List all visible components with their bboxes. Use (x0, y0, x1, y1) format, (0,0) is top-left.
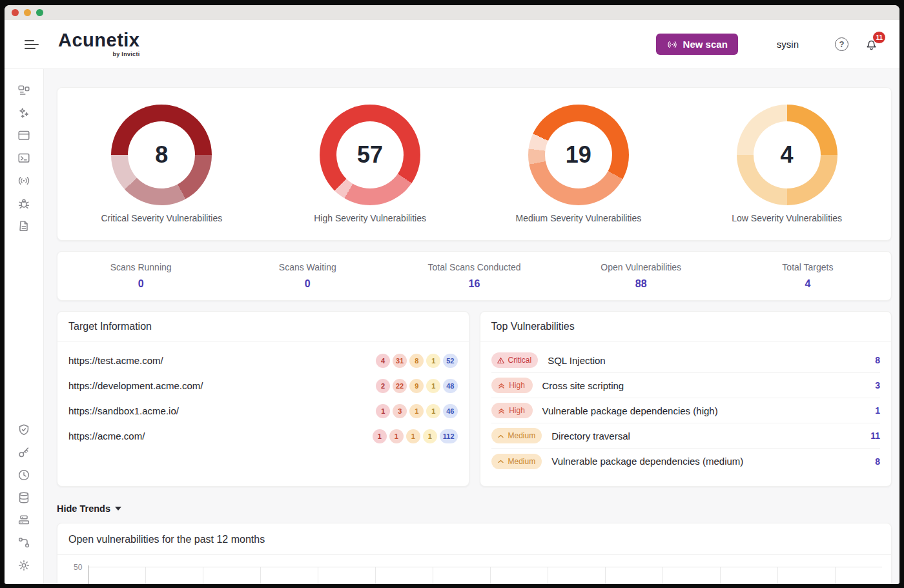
donut-label: Low Severity Vulnerabilities (732, 213, 842, 223)
sidebar-top-group (5, 83, 43, 233)
app-window: Acunetix by Invicti New scan sysin ? 11 (0, 0, 904, 588)
dashboard-icon[interactable] (17, 83, 31, 97)
vulnerability-count[interactable]: 11 (870, 431, 880, 441)
bug-icon[interactable] (17, 196, 31, 210)
sidebar-bottom-group (5, 423, 43, 573)
severity-donut-2[interactable]: 57High Severity Vulnerabilities (266, 105, 475, 223)
trends-chart-plot: 50 (57, 567, 891, 584)
target-information-title: Target Information (68, 321, 152, 332)
critical-count-badge[interactable]: 1 (376, 404, 390, 418)
stat-label: Scans Waiting (279, 262, 336, 272)
critical-count-badge[interactable]: 1 (373, 429, 387, 443)
vulnerability-count[interactable]: 8 (875, 456, 880, 467)
vulnerability-count[interactable]: 8 (875, 355, 880, 365)
vulnerability-name: SQL Injection (548, 355, 606, 366)
app-body: 8Critical Severity Vulnerabilities57High… (5, 69, 899, 584)
logo-subtext: by Invicti (112, 51, 139, 57)
low-count-badge[interactable]: 1 (426, 354, 440, 368)
low-count-badge[interactable]: 1 (423, 429, 437, 443)
medium-count-badge[interactable]: 1 (409, 404, 424, 418)
close-window-button[interactable] (12, 9, 19, 16)
notifications-button[interactable]: 11 (864, 37, 879, 52)
vulnerability-row[interactable]: MediumDirectory traversal11 (491, 423, 881, 449)
vulnerability-row[interactable]: CriticalSQL Injection8 (491, 348, 881, 373)
notification-badge: 11 (873, 32, 885, 43)
username-menu[interactable]: sysin (777, 39, 799, 50)
target-row[interactable]: https://acme.com/1111112 (68, 423, 458, 449)
low-count-badge[interactable]: 1 (426, 379, 440, 393)
severity-summary-card: 8Critical Severity Vulnerabilities57High… (57, 87, 892, 241)
database-icon[interactable] (17, 491, 31, 505)
vulnerability-count[interactable]: 3 (875, 380, 880, 390)
vulnerability-row[interactable]: HighVulnerable package dependencies (hig… (491, 398, 881, 423)
medium-count-badge[interactable]: 1 (406, 429, 420, 443)
target-row[interactable]: https://sandbox1.acme.io/131146 (68, 398, 458, 423)
top-vulnerabilities-body: CriticalSQL Injection8HighCross site scr… (480, 341, 892, 474)
header-actions: New scan sysin ? 11 (656, 34, 879, 55)
clock-icon[interactable] (17, 468, 31, 482)
severity-donut-4[interactable]: 4Low Severity Vulnerabilities (683, 105, 891, 223)
gear-icon[interactable] (17, 558, 31, 573)
workflow-icon[interactable] (17, 536, 31, 550)
severity-donut-1[interactable]: 8Critical Severity Vulnerabilities (57, 105, 266, 223)
chart-gridlines (88, 567, 882, 584)
low-count-badge[interactable]: 1 (426, 404, 440, 418)
target-row[interactable]: https://test.acme.com/4318152 (68, 348, 458, 373)
donut-label: High Severity Vulnerabilities (314, 213, 426, 223)
critical-count-badge[interactable]: 2 (376, 379, 390, 393)
menu-icon[interactable] (25, 40, 40, 49)
high-count-badge[interactable]: 1 (389, 429, 404, 443)
medium-count-badge[interactable]: 9 (409, 379, 424, 393)
info-count-badge[interactable]: 48 (443, 379, 457, 393)
high-count-badge[interactable]: 3 (393, 404, 407, 418)
broadcast-icon[interactable] (17, 174, 31, 188)
high-count-badge[interactable]: 31 (393, 354, 407, 368)
sparkles-icon[interactable] (17, 106, 31, 120)
severity-label: High (509, 406, 525, 415)
target-url[interactable]: https://development.acme.com/ (68, 380, 203, 391)
info-count-badge[interactable]: 46 (443, 404, 457, 418)
info-count-badge[interactable]: 112 (440, 429, 458, 443)
severity-donut-3[interactable]: 19Medium Severity Vulnerabilities (475, 105, 683, 223)
stat-value[interactable]: 88 (635, 278, 647, 290)
help-icon[interactable]: ? (835, 37, 848, 51)
terminal-icon[interactable] (17, 151, 31, 165)
stat-value[interactable]: 4 (805, 278, 810, 290)
severity-pill: Critical (491, 352, 539, 368)
stat-value[interactable]: 0 (305, 278, 311, 290)
vulnerability-name: Directory traversal (551, 431, 630, 441)
critical-count-badge[interactable]: 4 (376, 354, 390, 368)
medium-count-badge[interactable]: 8 (409, 354, 424, 368)
server-icon[interactable] (17, 513, 31, 527)
target-url[interactable]: https://acme.com/ (68, 431, 145, 441)
y-axis-tick-label: 50 (74, 563, 82, 572)
hide-trends-toggle[interactable]: Hide Trends (57, 503, 121, 514)
macos-titlebar (5, 5, 899, 20)
stat-value[interactable]: 16 (469, 278, 480, 290)
document-icon[interactable] (17, 219, 31, 233)
minimize-window-button[interactable] (24, 9, 31, 16)
stat-item: Open Vulnerabilities88 (558, 262, 724, 290)
key-icon[interactable] (17, 445, 31, 460)
shield-check-icon[interactable] (17, 423, 31, 437)
top-vulnerabilities-title: Top Vulnerabilities (491, 321, 575, 332)
vulnerability-row[interactable]: MediumVulnerable package dependencies (m… (491, 449, 881, 474)
target-url[interactable]: https://sandbox1.acme.io/ (68, 405, 179, 416)
hide-trends-label: Hide Trends (57, 503, 110, 514)
target-row[interactable]: https://development.acme.com/2229148 (68, 373, 458, 398)
browser-icon[interactable] (17, 128, 31, 143)
vulnerability-count[interactable]: 1 (875, 405, 880, 416)
chevron-down-icon (115, 507, 121, 511)
zoom-window-button[interactable] (36, 9, 43, 16)
vulnerability-row[interactable]: HighCross site scripting3 (491, 373, 881, 398)
info-count-badge[interactable]: 52 (443, 354, 457, 368)
severity-label: High (509, 381, 525, 390)
donut-ring: 4 (737, 105, 837, 205)
trends-chart-header: Open vulnerabilities for the past 12 mon… (57, 523, 891, 555)
target-url[interactable]: https://test.acme.com/ (68, 355, 163, 366)
high-count-badge[interactable]: 22 (393, 379, 407, 393)
stat-value[interactable]: 0 (138, 278, 144, 290)
donut-hole: 8 (128, 121, 195, 188)
new-scan-button[interactable]: New scan (656, 34, 738, 55)
vulnerability-name: Vulnerable package dependencies (medium) (551, 456, 743, 467)
